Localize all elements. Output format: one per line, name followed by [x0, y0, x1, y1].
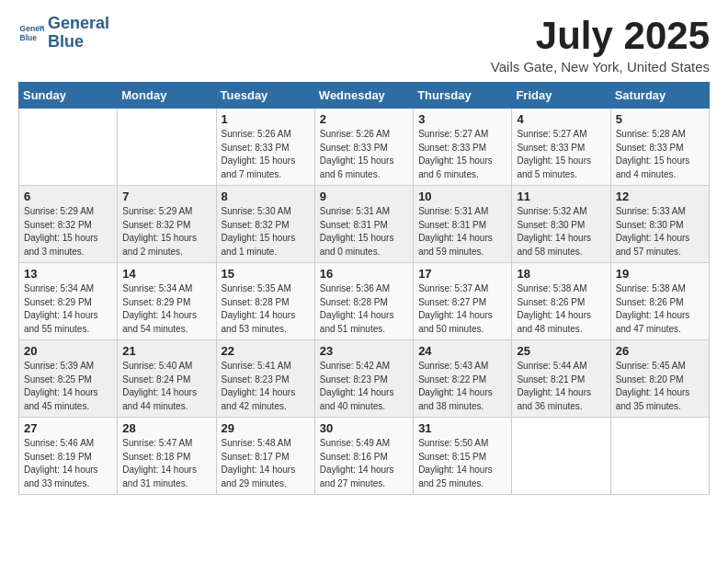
day-number: 14	[122, 267, 210, 281]
week-row-5: 27Sunrise: 5:46 AM Sunset: 8:19 PM Dayli…	[19, 418, 710, 495]
day-number: 3	[418, 112, 506, 126]
day-info: Sunrise: 5:27 AM Sunset: 8:33 PM Dayligh…	[418, 128, 506, 181]
calendar-cell: 17Sunrise: 5:37 AM Sunset: 8:27 PM Dayli…	[414, 263, 512, 340]
calendar-cell: 23Sunrise: 5:42 AM Sunset: 8:23 PM Dayli…	[314, 340, 413, 418]
day-info: Sunrise: 5:34 AM Sunset: 8:29 PM Dayligh…	[24, 282, 112, 336]
calendar-cell: 10Sunrise: 5:31 AM Sunset: 8:31 PM Dayli…	[414, 186, 512, 263]
calendar-cell	[19, 109, 118, 186]
header-day-friday: Friday	[512, 83, 610, 109]
day-number: 15	[222, 267, 310, 281]
svg-text:General: General	[20, 24, 44, 33]
day-info: Sunrise: 5:33 AM Sunset: 8:30 PM Dayligh…	[616, 205, 704, 259]
calendar-cell: 20Sunrise: 5:39 AM Sunset: 8:25 PM Dayli…	[19, 340, 118, 418]
week-row-2: 6Sunrise: 5:29 AM Sunset: 8:32 PM Daylig…	[19, 186, 710, 263]
day-info: Sunrise: 5:32 AM Sunset: 8:30 PM Dayligh…	[517, 205, 605, 259]
calendar-cell: 25Sunrise: 5:44 AM Sunset: 8:21 PM Dayli…	[512, 340, 610, 418]
calendar-table: SundayMondayTuesdayWednesdayThursdayFrid…	[18, 82, 710, 495]
calendar-cell: 26Sunrise: 5:45 AM Sunset: 8:20 PM Dayli…	[610, 340, 709, 418]
day-number: 9	[320, 190, 408, 203]
day-number: 11	[517, 190, 605, 203]
calendar-cell: 27Sunrise: 5:46 AM Sunset: 8:19 PM Dayli…	[19, 418, 118, 495]
day-info: Sunrise: 5:29 AM Sunset: 8:32 PM Dayligh…	[122, 205, 210, 259]
week-row-1: 1Sunrise: 5:26 AM Sunset: 8:33 PM Daylig…	[19, 109, 710, 186]
calendar-cell: 3Sunrise: 5:27 AM Sunset: 8:33 PM Daylig…	[414, 109, 512, 186]
day-number: 20	[24, 344, 112, 358]
day-info: Sunrise: 5:48 AM Sunset: 8:17 PM Dayligh…	[222, 437, 310, 490]
day-number: 6	[24, 190, 112, 203]
calendar-cell: 6Sunrise: 5:29 AM Sunset: 8:32 PM Daylig…	[19, 186, 118, 263]
header-day-sunday: Sunday	[19, 83, 118, 109]
day-number: 7	[122, 190, 210, 203]
day-number: 13	[24, 267, 112, 281]
calendar-cell: 9Sunrise: 5:31 AM Sunset: 8:31 PM Daylig…	[314, 186, 413, 263]
day-number: 8	[222, 190, 310, 203]
day-info: Sunrise: 5:26 AM Sunset: 8:33 PM Dayligh…	[222, 128, 310, 181]
logo-line1: General	[48, 14, 109, 32]
day-number: 23	[320, 344, 408, 358]
day-info: Sunrise: 5:45 AM Sunset: 8:20 PM Dayligh…	[616, 360, 704, 413]
calendar-cell: 21Sunrise: 5:40 AM Sunset: 8:24 PM Dayli…	[118, 340, 216, 418]
svg-text:Blue: Blue	[20, 33, 38, 42]
header-day-saturday: Saturday	[610, 83, 709, 109]
day-info: Sunrise: 5:40 AM Sunset: 8:24 PM Dayligh…	[122, 360, 210, 413]
day-number: 27	[24, 421, 112, 435]
calendar-cell: 18Sunrise: 5:38 AM Sunset: 8:26 PM Dayli…	[512, 263, 610, 340]
day-info: Sunrise: 5:50 AM Sunset: 8:15 PM Dayligh…	[418, 437, 506, 490]
day-number: 28	[122, 421, 210, 435]
header-day-thursday: Thursday	[414, 83, 512, 109]
day-number: 10	[418, 190, 506, 203]
day-info: Sunrise: 5:37 AM Sunset: 8:27 PM Dayligh…	[418, 282, 506, 336]
day-number: 26	[616, 344, 704, 358]
day-number: 19	[616, 267, 704, 281]
calendar-cell	[512, 418, 610, 495]
day-number: 30	[320, 421, 408, 435]
logo: General Blue General Blue	[18, 15, 109, 52]
calendar-cell: 13Sunrise: 5:34 AM Sunset: 8:29 PM Dayli…	[19, 263, 118, 340]
day-info: Sunrise: 5:39 AM Sunset: 8:25 PM Dayligh…	[24, 360, 112, 413]
day-number: 17	[418, 267, 506, 281]
calendar-cell: 15Sunrise: 5:35 AM Sunset: 8:28 PM Dayli…	[216, 263, 314, 340]
day-info: Sunrise: 5:35 AM Sunset: 8:28 PM Dayligh…	[222, 282, 310, 336]
month-title: July 2025	[491, 15, 710, 57]
calendar-cell: 11Sunrise: 5:32 AM Sunset: 8:30 PM Dayli…	[512, 186, 610, 263]
day-info: Sunrise: 5:41 AM Sunset: 8:23 PM Dayligh…	[222, 360, 310, 413]
page-header: General Blue General Blue July 2025 Vail…	[18, 15, 710, 75]
header-day-tuesday: Tuesday	[216, 83, 314, 109]
calendar-cell: 4Sunrise: 5:27 AM Sunset: 8:33 PM Daylig…	[512, 109, 610, 186]
day-number: 5	[616, 112, 704, 126]
calendar-cell: 28Sunrise: 5:47 AM Sunset: 8:18 PM Dayli…	[118, 418, 216, 495]
calendar-cell: 8Sunrise: 5:30 AM Sunset: 8:32 PM Daylig…	[216, 186, 314, 263]
calendar-cell: 16Sunrise: 5:36 AM Sunset: 8:28 PM Dayli…	[314, 263, 413, 340]
day-number: 4	[517, 112, 605, 126]
calendar-cell: 7Sunrise: 5:29 AM Sunset: 8:32 PM Daylig…	[118, 186, 216, 263]
logo-icon: General Blue	[18, 20, 44, 46]
calendar-body: 1Sunrise: 5:26 AM Sunset: 8:33 PM Daylig…	[19, 109, 710, 495]
calendar-header: SundayMondayTuesdayWednesdayThursdayFrid…	[19, 83, 710, 109]
day-number: 25	[517, 344, 605, 358]
day-number: 16	[320, 267, 408, 281]
day-number: 22	[222, 344, 310, 358]
day-info: Sunrise: 5:28 AM Sunset: 8:33 PM Dayligh…	[616, 128, 704, 181]
day-info: Sunrise: 5:42 AM Sunset: 8:23 PM Dayligh…	[320, 360, 408, 413]
day-info: Sunrise: 5:36 AM Sunset: 8:28 PM Dayligh…	[320, 282, 408, 336]
day-info: Sunrise: 5:43 AM Sunset: 8:22 PM Dayligh…	[418, 360, 506, 413]
day-info: Sunrise: 5:29 AM Sunset: 8:32 PM Dayligh…	[24, 205, 112, 259]
calendar-cell: 12Sunrise: 5:33 AM Sunset: 8:30 PM Dayli…	[610, 186, 709, 263]
calendar-cell: 1Sunrise: 5:26 AM Sunset: 8:33 PM Daylig…	[216, 109, 314, 186]
day-info: Sunrise: 5:27 AM Sunset: 8:33 PM Dayligh…	[517, 128, 605, 181]
calendar-cell: 14Sunrise: 5:34 AM Sunset: 8:29 PM Dayli…	[118, 263, 216, 340]
calendar-cell: 29Sunrise: 5:48 AM Sunset: 8:17 PM Dayli…	[216, 418, 314, 495]
day-number: 1	[222, 112, 310, 126]
day-info: Sunrise: 5:46 AM Sunset: 8:19 PM Dayligh…	[24, 437, 112, 490]
day-info: Sunrise: 5:31 AM Sunset: 8:31 PM Dayligh…	[320, 205, 408, 259]
day-info: Sunrise: 5:31 AM Sunset: 8:31 PM Dayligh…	[418, 205, 506, 259]
day-info: Sunrise: 5:47 AM Sunset: 8:18 PM Dayligh…	[122, 437, 210, 490]
location-text: Vails Gate, New York, United States	[491, 59, 710, 75]
calendar-cell	[610, 418, 709, 495]
header-row: SundayMondayTuesdayWednesdayThursdayFrid…	[19, 83, 710, 109]
calendar-cell: 30Sunrise: 5:49 AM Sunset: 8:16 PM Dayli…	[314, 418, 413, 495]
day-info: Sunrise: 5:38 AM Sunset: 8:26 PM Dayligh…	[517, 282, 605, 336]
day-info: Sunrise: 5:44 AM Sunset: 8:21 PM Dayligh…	[517, 360, 605, 413]
day-number: 29	[222, 421, 310, 435]
day-info: Sunrise: 5:26 AM Sunset: 8:33 PM Dayligh…	[320, 128, 408, 181]
